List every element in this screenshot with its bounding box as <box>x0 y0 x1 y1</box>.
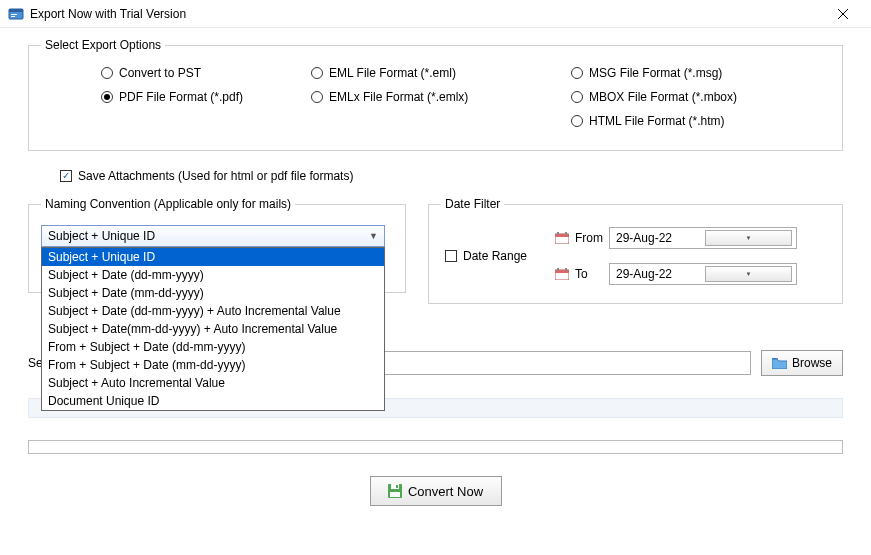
naming-dropdown-list: Subject + Unique ID Subject + Date (dd-m… <box>41 247 385 411</box>
combo-option[interactable]: Subject + Date (dd-mm-yyyy) <box>42 266 384 284</box>
radio-convert-pst[interactable]: Convert to PST <box>101 66 311 80</box>
radio-html[interactable]: HTML File Format (*.htm) <box>571 114 811 128</box>
export-options-fieldset: Select Export Options Convert to PST EML… <box>28 38 843 151</box>
combobox-selected: Subject + Unique ID <box>48 229 369 243</box>
calendar-icon <box>555 232 569 244</box>
combo-option[interactable]: Subject + Unique ID <box>42 248 384 266</box>
svg-rect-13 <box>565 268 567 271</box>
to-label-cell: To <box>555 267 609 281</box>
radio-icon <box>101 91 113 103</box>
export-options-legend: Select Export Options <box>41 38 165 52</box>
convert-now-button[interactable]: Convert Now <box>370 476 502 506</box>
save-attachments-checkbox[interactable]: ✓ Save Attachments (Used for html or pdf… <box>60 169 353 183</box>
checkbox-icon <box>445 250 457 262</box>
radio-label: EML File Format (*.eml) <box>329 66 456 80</box>
close-button[interactable] <box>823 0 863 28</box>
checkbox-label: Save Attachments (Used for html or pdf f… <box>78 169 353 183</box>
from-date-value: 29-Aug-22 <box>616 231 701 245</box>
svg-rect-1 <box>9 9 23 12</box>
radio-icon <box>571 67 583 79</box>
date-filter-legend: Date Filter <box>441 197 504 211</box>
combo-option[interactable]: Subject + Date (dd-mm-yyyy) + Auto Incre… <box>42 302 384 320</box>
naming-combobox[interactable]: Subject + Unique ID ▼ <box>41 225 385 247</box>
radio-label: HTML File Format (*.htm) <box>589 114 725 128</box>
progress-bar <box>28 440 843 454</box>
chevron-down-icon: ▼ <box>369 231 378 241</box>
checkbox-icon: ✓ <box>60 170 72 182</box>
save-icon <box>388 484 402 498</box>
window-title: Export Now with Trial Version <box>30 7 823 21</box>
radio-icon <box>571 91 583 103</box>
combo-option[interactable]: Subject + Date(mm-dd-yyyy) + Auto Increm… <box>42 320 384 338</box>
radio-icon <box>571 115 583 127</box>
radio-pdf[interactable]: PDF File Format (*.pdf) <box>101 90 311 104</box>
to-date-value: 29-Aug-22 <box>616 267 701 281</box>
folder-icon <box>772 357 787 369</box>
from-label-cell: From <box>555 231 609 245</box>
radio-label: MSG File Format (*.msg) <box>589 66 722 80</box>
radio-label: EMLx File Format (*.emlx) <box>329 90 468 104</box>
svg-rect-16 <box>396 485 398 488</box>
convert-label: Convert Now <box>408 484 483 499</box>
browse-button[interactable]: Browse <box>761 350 843 376</box>
radio-label: Convert to PST <box>119 66 201 80</box>
from-date-input[interactable]: 29-Aug-22 ▼ <box>609 227 797 249</box>
radio-icon <box>311 91 323 103</box>
combo-option[interactable]: Document Unique ID <box>42 392 384 410</box>
radio-icon <box>101 67 113 79</box>
combo-option[interactable]: Subject + Auto Incremental Value <box>42 374 384 392</box>
naming-legend: Naming Convention (Applicable only for m… <box>41 197 295 211</box>
titlebar: Export Now with Trial Version <box>0 0 871 28</box>
close-icon <box>838 9 848 19</box>
date-dropdown-icon[interactable]: ▼ <box>705 266 792 282</box>
naming-fieldset: Naming Convention (Applicable only for m… <box>28 197 406 293</box>
checkbox-label: Date Range <box>463 249 527 263</box>
svg-rect-17 <box>390 492 400 497</box>
radio-emlx[interactable]: EMLx File Format (*.emlx) <box>311 90 571 104</box>
combo-option[interactable]: From + Subject + Date (mm-dd-yyyy) <box>42 356 384 374</box>
date-range-checkbox[interactable]: Date Range <box>445 249 555 263</box>
app-icon <box>8 6 24 22</box>
radio-label: MBOX File Format (*.mbox) <box>589 90 737 104</box>
svg-rect-3 <box>11 16 15 17</box>
radio-label: PDF File Format (*.pdf) <box>119 90 243 104</box>
date-dropdown-icon[interactable]: ▼ <box>705 230 792 246</box>
to-label: To <box>575 267 588 281</box>
svg-rect-2 <box>11 14 17 15</box>
browse-label: Browse <box>792 356 832 370</box>
combo-option[interactable]: From + Subject + Date (dd-mm-yyyy) <box>42 338 384 356</box>
radio-eml[interactable]: EML File Format (*.eml) <box>311 66 571 80</box>
radio-msg[interactable]: MSG File Format (*.msg) <box>571 66 811 80</box>
radio-icon <box>311 67 323 79</box>
from-label: From <box>575 231 603 245</box>
svg-rect-12 <box>557 268 559 271</box>
radio-mbox[interactable]: MBOX File Format (*.mbox) <box>571 90 811 104</box>
calendar-icon <box>555 268 569 280</box>
date-filter-fieldset: Date Filter Date Range From 29-Aug-22 ▼ … <box>428 197 843 304</box>
to-date-input[interactable]: 29-Aug-22 ▼ <box>609 263 797 285</box>
svg-rect-9 <box>565 232 567 235</box>
svg-rect-8 <box>557 232 559 235</box>
combo-option[interactable]: Subject + Date (mm-dd-yyyy) <box>42 284 384 302</box>
